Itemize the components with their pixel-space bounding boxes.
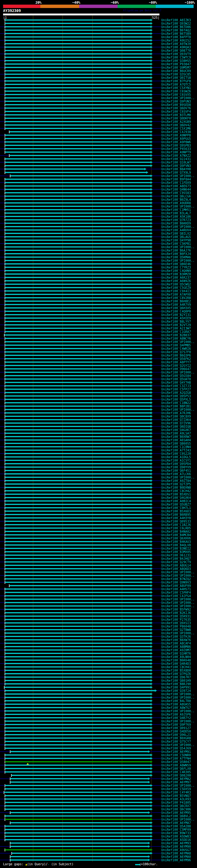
hit-label[interactable]: UniRef100_B5X6D3 bbox=[161, 509, 191, 513]
hit-label[interactable]: UniRef100_A9ZT84 bbox=[161, 479, 191, 483]
hit-bar[interactable] bbox=[5, 57, 151, 58]
hit-label[interactable]: UniRef100_Q95PD4 bbox=[161, 462, 191, 466]
hit-label[interactable]: UniRef100_B8RJ90 bbox=[161, 682, 191, 686]
hit-label[interactable]: UniRef100_UPI000.. bbox=[161, 818, 195, 821]
hit-label[interactable]: UniRef100_B0XRW7 bbox=[161, 435, 191, 438]
hit-label[interactable]: UniRef100_B5FW92 bbox=[161, 608, 191, 611]
hit-label[interactable]: UniRef100_Q9FUN3 bbox=[161, 100, 191, 103]
hit-label[interactable]: UniRef100_A7QTC5 bbox=[161, 83, 191, 86]
hit-label[interactable]: UniRef100_A8PTY7 bbox=[161, 361, 191, 364]
hit-bar[interactable] bbox=[5, 382, 151, 383]
hit-label[interactable]: UniRef100_UPI000.. bbox=[161, 574, 195, 577]
hit-label[interactable]: UniRef100_Q56FK2 bbox=[161, 357, 191, 361]
hit-bar[interactable] bbox=[5, 504, 151, 505]
hit-bar[interactable] bbox=[5, 643, 151, 644]
hit-label[interactable]: UniRef100_A9LN04 bbox=[161, 655, 191, 659]
hit-bar[interactable] bbox=[5, 500, 151, 502]
hit-label[interactable]: UniRef100_A3LR93 bbox=[161, 798, 191, 801]
hit-bar[interactable] bbox=[5, 629, 151, 630]
hit-label[interactable]: UniRef100_O22431 bbox=[161, 157, 191, 161]
hit-bar[interactable] bbox=[5, 639, 151, 641]
hit-bar[interactable] bbox=[5, 680, 151, 681]
hit-bar[interactable] bbox=[5, 270, 151, 271]
hit-label[interactable]: UniRef100_B7NZQ2 bbox=[161, 577, 191, 581]
hit-label[interactable]: UniRef100_C6LRD5 bbox=[161, 527, 191, 530]
hit-bar[interactable] bbox=[5, 582, 151, 583]
hit-label[interactable]: UniRef100_Q9N9V3 bbox=[161, 581, 191, 584]
hit-bar[interactable] bbox=[5, 649, 151, 651]
hit-bar[interactable] bbox=[5, 409, 151, 410]
hit-bar[interactable] bbox=[5, 213, 151, 214]
hit-bar[interactable] bbox=[5, 748, 151, 749]
hit-label[interactable]: UniRef100_A6SAH4 bbox=[161, 438, 191, 442]
hit-label[interactable]: UniRef100_C4R305 bbox=[161, 770, 191, 774]
hit-bar[interactable] bbox=[5, 439, 151, 441]
hit-label[interactable]: UniRef100_A7RJH6 bbox=[161, 411, 191, 415]
hit-label[interactable]: UniRef100_A2XGB9 bbox=[161, 120, 191, 123]
hit-bar[interactable] bbox=[5, 341, 151, 342]
hit-bar[interactable] bbox=[5, 145, 151, 146]
hit-label[interactable]: UniRef100_Q4Y7H8 bbox=[161, 381, 191, 384]
hit-label[interactable]: UniRef100_A6YM95 bbox=[161, 811, 191, 814]
hit-bar[interactable] bbox=[5, 395, 151, 397]
hit-bar[interactable] bbox=[9, 585, 151, 586]
hit-label[interactable]: UniRef100_A7APX0 bbox=[161, 293, 191, 296]
hit-label[interactable]: UniRef100_Q6DV76 bbox=[161, 106, 191, 110]
hit-bar[interactable] bbox=[5, 541, 151, 542]
hit-label[interactable]: UniRef100_C8CH41 bbox=[161, 665, 191, 669]
hit-label[interactable]: UniRef100_B4QLV8 bbox=[161, 544, 191, 547]
hit-label[interactable]: UniRef100_Q6XHV6 bbox=[161, 537, 191, 540]
hit-bar[interactable] bbox=[5, 724, 151, 725]
hit-bar[interactable] bbox=[5, 253, 151, 254]
hit-label[interactable]: UniRef100_A8E673 bbox=[161, 184, 191, 188]
hit-label[interactable]: UniRef100_B0FXJ4 bbox=[161, 252, 191, 255]
hit-bar[interactable] bbox=[5, 162, 151, 163]
hit-bar[interactable] bbox=[5, 152, 151, 153]
hit-bar[interactable] bbox=[5, 246, 151, 248]
hit-label[interactable]: UniRef100_B5XDS1 bbox=[161, 493, 191, 496]
hit-bar[interactable] bbox=[5, 128, 151, 129]
hit-label[interactable]: UniRef100_C5GEZ9 bbox=[161, 286, 191, 289]
hit-label[interactable]: UniRef100_B0Z9L4 bbox=[161, 198, 191, 202]
hit-label[interactable]: UniRef100_Q5KMA6 bbox=[161, 255, 191, 259]
hit-bar[interactable] bbox=[5, 738, 151, 739]
hit-label[interactable]: UniRef100_Q4P991 bbox=[161, 686, 191, 689]
hit-bar[interactable] bbox=[5, 385, 151, 386]
hit-label[interactable]: UniRef100_B6H8E2 bbox=[161, 300, 191, 303]
hit-label[interactable]: UniRef100_B5VNQ7 bbox=[161, 794, 191, 798]
hit-label[interactable]: UniRef100_C9X4I3 bbox=[161, 289, 191, 293]
hit-bar[interactable] bbox=[5, 405, 151, 407]
hit-label[interactable]: UniRef100_Q4DD50 bbox=[161, 730, 191, 733]
hit-label[interactable]: UniRef100_B7FGF8 bbox=[161, 80, 191, 83]
hit-label[interactable]: UniRef100_A9USG7 bbox=[161, 848, 191, 852]
hit-label[interactable]: UniRef100_A8UF09 bbox=[161, 584, 191, 588]
hit-bar[interactable] bbox=[5, 355, 151, 356]
hit-bar[interactable] bbox=[5, 111, 151, 112]
hit-bar[interactable] bbox=[5, 704, 151, 705]
hit-bar[interactable] bbox=[5, 331, 151, 332]
hit-bar[interactable] bbox=[5, 419, 151, 420]
hit-label[interactable]: UniRef100_B4NA02 bbox=[161, 530, 191, 533]
hit-bar[interactable] bbox=[5, 622, 151, 623]
hit-label[interactable]: UniRef100_A7LCK6 bbox=[161, 472, 191, 476]
hit-label[interactable]: UniRef100_C5XYN1 bbox=[161, 86, 191, 90]
hit-bar[interactable] bbox=[5, 548, 151, 549]
hit-bar[interactable] bbox=[5, 243, 151, 244]
hit-label[interactable]: UniRef100_Q09533 bbox=[161, 520, 191, 523]
hit-bar[interactable] bbox=[5, 534, 151, 535]
hit-label[interactable]: UniRef100_B6Q3P6 bbox=[161, 354, 191, 357]
hit-bar[interactable] bbox=[10, 846, 148, 847]
hit-bar[interactable] bbox=[5, 378, 151, 380]
hit-bar[interactable] bbox=[5, 219, 151, 220]
hit-label[interactable]: UniRef100_B6T5B9 bbox=[161, 32, 191, 35]
hit-bar[interactable] bbox=[5, 612, 151, 613]
hit-bar[interactable] bbox=[5, 436, 151, 437]
hit-label[interactable]: UniRef100_A7TFN4 bbox=[161, 757, 191, 760]
hit-label[interactable]: UniRef100_C5KPB1 bbox=[161, 242, 191, 245]
hit-label[interactable]: UniRef100_Q2TZP5 bbox=[161, 483, 191, 486]
hit-bar[interactable] bbox=[5, 693, 151, 695]
hit-label[interactable]: UniRef100_B5X8D0 bbox=[161, 669, 191, 672]
hit-bar[interactable] bbox=[5, 206, 151, 207]
hit-label[interactable]: UniRef100_A4RUV4 bbox=[161, 228, 191, 232]
hit-bar[interactable] bbox=[5, 839, 151, 840]
